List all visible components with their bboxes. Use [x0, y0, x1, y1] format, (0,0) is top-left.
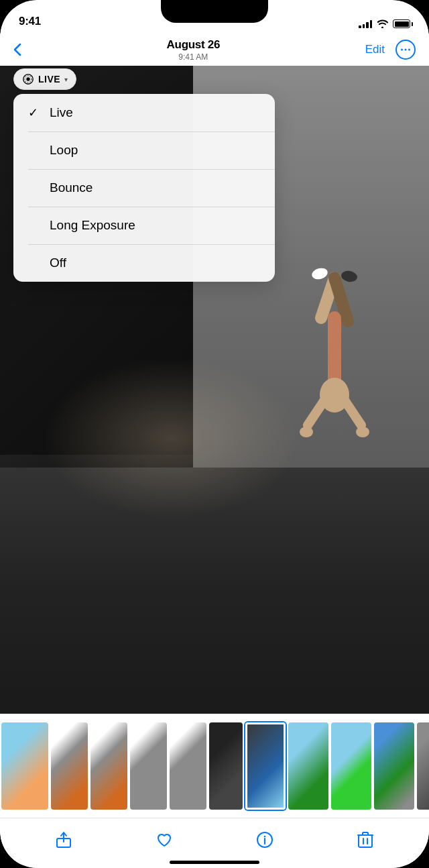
live-label: LIVE: [38, 74, 60, 85]
like-button[interactable]: [147, 823, 181, 857]
battery-icon: [393, 19, 410, 28]
thumbnail-5[interactable]: [170, 722, 206, 810]
svg-rect-23: [363, 832, 368, 835]
svg-point-2: [408, 49, 410, 51]
svg-point-0: [401, 49, 403, 51]
check-icon: ✓: [28, 105, 44, 120]
dropdown-item-live[interactable]: ✓ Live: [13, 94, 275, 131]
dropdown-label-bounce: Bounce: [50, 180, 93, 195]
more-button[interactable]: [395, 40, 416, 60]
svg-point-1: [405, 49, 407, 51]
trash-icon: [357, 831, 373, 849]
home-indicator: [170, 861, 259, 864]
thumbnail-9[interactable]: [331, 722, 371, 810]
live-dropdown-menu: ✓ Live Loop Bounce Long Exposure Off: [13, 94, 275, 282]
thumbnail-4[interactable]: [130, 722, 167, 810]
signal-bar-2: [363, 24, 365, 28]
thumbnail-6[interactable]: [209, 722, 243, 810]
nav-subtitle: 9:41 AM: [167, 52, 220, 62]
dropdown-label-off: Off: [50, 256, 66, 270]
svg-point-11: [310, 266, 328, 281]
dropdown-label-longexposure: Long Exposure: [50, 218, 135, 233]
back-button[interactable]: [13, 43, 21, 56]
thumbnail-strip[interactable]: [0, 714, 429, 818]
heart-icon: [156, 831, 173, 849]
signal-bar-1: [359, 25, 361, 28]
thumbnail-7-selected[interactable]: [245, 722, 286, 810]
edit-button[interactable]: Edit: [365, 43, 385, 56]
thumbnail-strip-container: [0, 714, 429, 818]
dropdown-label-loop: Loop: [50, 143, 78, 158]
nav-title: August 26: [167, 38, 220, 52]
thumbnail-10[interactable]: [374, 722, 414, 810]
svg-point-8: [300, 427, 313, 437]
live-badge-area: LIVE ▾: [13, 68, 76, 90]
thumbnail-8[interactable]: [288, 722, 328, 810]
info-icon: [256, 831, 273, 849]
signal-bar-3: [366, 22, 369, 28]
svg-point-20: [264, 836, 266, 838]
status-icons: [359, 19, 410, 28]
thumbnail-2[interactable]: [51, 722, 88, 810]
wifi-icon: [377, 19, 388, 28]
signal-bars-icon: [359, 19, 372, 28]
svg-rect-21: [359, 835, 372, 847]
status-time: 9:41: [19, 15, 41, 28]
live-chevron-icon: ▾: [64, 76, 68, 83]
thumbnail-1[interactable]: [1, 722, 48, 810]
svg-point-9: [356, 427, 369, 437]
thumbnail-3[interactable]: [90, 722, 127, 810]
live-ring-icon: [22, 73, 34, 85]
light-patch: [43, 358, 300, 520]
live-badge-button[interactable]: LIVE ▾: [13, 68, 76, 90]
info-button[interactable]: [248, 823, 282, 857]
nav-actions: Edit: [365, 40, 416, 60]
share-button[interactable]: [47, 823, 80, 857]
notch: [161, 0, 268, 23]
dropdown-item-loop[interactable]: Loop: [13, 131, 275, 169]
person-silhouette: [274, 264, 395, 533]
dropdown-item-off[interactable]: Off: [13, 244, 275, 282]
signal-bar-4: [370, 20, 373, 28]
dropdown-item-longexposure[interactable]: Long Exposure: [13, 207, 275, 244]
battery-fill: [395, 21, 409, 27]
svg-point-12: [341, 270, 358, 283]
svg-point-10: [320, 378, 349, 413]
delete-button[interactable]: [349, 823, 382, 857]
thumbnail-11[interactable]: [417, 722, 429, 810]
share-icon: [55, 831, 72, 849]
nav-title-area: August 26 9:41 AM: [167, 38, 220, 62]
svg-point-14: [26, 77, 29, 80]
dropdown-item-bounce[interactable]: Bounce: [13, 169, 275, 207]
nav-bar: August 26 9:41 AM Edit: [0, 34, 429, 66]
dropdown-label-live: Live: [50, 105, 73, 120]
